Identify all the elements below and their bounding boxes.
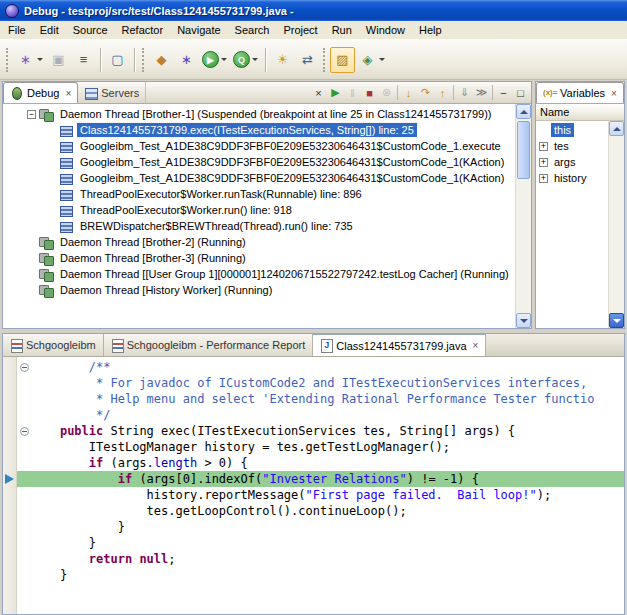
close-tab-icon[interactable]: × bbox=[611, 88, 617, 99]
disconnect-button[interactable]: ⊗ bbox=[378, 84, 395, 101]
code-line[interactable]: history.reportMessage("First page failed… bbox=[17, 487, 624, 503]
debug-tree-item[interactable]: Daemon Thread [History Worker] (Running) bbox=[3, 282, 515, 298]
close-tab-icon[interactable]: × bbox=[473, 340, 479, 351]
annotation-nav-button[interactable]: ◈ bbox=[355, 47, 388, 73]
debug-tree-item[interactable]: −Daemon Thread [Brother-1] (Suspended (b… bbox=[3, 106, 515, 122]
debug-tree-item[interactable]: Googleibm_Test_A1DE38C9DDF3FBF0E209E5323… bbox=[3, 154, 515, 170]
debug-perspective-button[interactable]: ▢ bbox=[105, 47, 130, 73]
debug-tree-item[interactable]: Daemon Thread [Brother-3] (Running) bbox=[3, 250, 515, 266]
code-line[interactable]: * Help menu and select 'Extending Ration… bbox=[17, 391, 624, 407]
scrollbar-track[interactable] bbox=[609, 136, 624, 313]
use-step-filters-button[interactable]: ≫ bbox=[473, 84, 490, 101]
maximize-view-button[interactable]: □ bbox=[512, 84, 529, 101]
close-tab-icon[interactable]: × bbox=[65, 88, 71, 99]
menu-source[interactable]: Source bbox=[66, 22, 115, 38]
view-tab-debug[interactable]: Debug× bbox=[3, 82, 78, 103]
code-text: history.reportMessage("First page failed… bbox=[31, 487, 551, 503]
scrollbar-thumb[interactable] bbox=[517, 121, 530, 179]
tree-expander-icon[interactable]: + bbox=[539, 174, 548, 183]
menu-refactor[interactable]: Refactor bbox=[115, 22, 171, 38]
annotation-ruler[interactable] bbox=[3, 357, 17, 614]
menu-help[interactable]: Help bbox=[412, 22, 449, 38]
step-over-button[interactable]: ↷ bbox=[417, 84, 434, 101]
code-line[interactable]: ITestLogManager history = tes.getTestLog… bbox=[17, 439, 624, 455]
step-into-button[interactable]: ↓ bbox=[400, 84, 417, 101]
suspend-button[interactable]: ‖ bbox=[344, 84, 361, 101]
print-button[interactable]: ≡ bbox=[71, 47, 96, 73]
fold-collapse-icon[interactable] bbox=[20, 363, 29, 372]
debug-tree-item[interactable]: ThreadPoolExecutor$Worker.run() line: 91… bbox=[3, 202, 515, 218]
code-line[interactable]: } bbox=[17, 535, 624, 551]
code-line[interactable]: * For javadoc of ICustomCode2 and ITestE… bbox=[17, 375, 624, 391]
debug-tree-item[interactable]: Daemon Thread [Brother-2] (Running) bbox=[3, 234, 515, 250]
editor-tab[interactable]: Class1241455731799.java× bbox=[313, 334, 486, 356]
arrow-up-icon bbox=[520, 110, 528, 114]
resume-button[interactable]: ▶ bbox=[327, 84, 344, 101]
code-line[interactable]: /** bbox=[17, 359, 624, 375]
debug-tree-item[interactable]: Daemon Thread [[User Group 1][000001]124… bbox=[3, 266, 515, 282]
debug-tree-item[interactable]: Googleibm_Test_A1DE38C9DDF3FBF0E209E5323… bbox=[3, 138, 515, 154]
variable-row[interactable]: +args bbox=[536, 154, 608, 170]
profile-button[interactable]: Q bbox=[230, 47, 261, 73]
debug-tree-item[interactable]: Class1241455731799.exec(ITestExecutionSe… bbox=[3, 122, 515, 138]
terminate-button[interactable]: ■ bbox=[361, 84, 378, 101]
search-button[interactable]: ☀ bbox=[270, 47, 295, 73]
code-line[interactable]: if (args.length > 0) { bbox=[17, 455, 624, 471]
menu-window[interactable]: Window bbox=[359, 22, 412, 38]
toolbar-grip[interactable] bbox=[6, 48, 10, 72]
debug-tree-item[interactable]: ThreadPoolExecutor$Worker.runTask(Runnab… bbox=[3, 186, 515, 202]
view-tab-servers[interactable]: Servers bbox=[78, 82, 146, 103]
scroll-down-button[interactable] bbox=[609, 313, 624, 328]
variable-row[interactable]: +history bbox=[536, 170, 608, 186]
menu-run[interactable]: Run bbox=[325, 22, 359, 38]
remove-all-terminated-button[interactable]: × bbox=[310, 84, 327, 101]
drop-to-frame-button[interactable]: ⇓ bbox=[456, 84, 473, 101]
code-line[interactable]: tes.getLoopControl().continueLoop(); bbox=[17, 503, 624, 519]
scroll-up-button[interactable] bbox=[516, 104, 531, 119]
scrollbar-track[interactable] bbox=[516, 119, 531, 313]
external-tools-button[interactable]: ∗ bbox=[174, 47, 199, 73]
menu-edit[interactable]: Edit bbox=[33, 22, 66, 38]
menu-project[interactable]: Project bbox=[276, 22, 324, 38]
step-return-button[interactable]: ↑ bbox=[434, 84, 451, 101]
fold-collapse-icon[interactable] bbox=[20, 427, 29, 436]
variable-row[interactable]: this bbox=[536, 122, 608, 138]
title-bar[interactable]: Debug - testproj/src/test/Class124145573… bbox=[0, 0, 627, 21]
scroll-up-button[interactable] bbox=[609, 121, 624, 136]
mark-occurrences-button[interactable]: ▨ bbox=[330, 47, 355, 73]
variables-column-header[interactable]: Name bbox=[536, 104, 624, 121]
code-line[interactable]: return null; bbox=[17, 551, 624, 567]
view-tab-variables[interactable]: Variables × bbox=[536, 82, 624, 103]
debug-tree-scrollbar[interactable] bbox=[515, 104, 531, 328]
toolbar-grip[interactable] bbox=[323, 48, 327, 72]
variables-scrollbar[interactable] bbox=[608, 121, 624, 328]
run-button[interactable]: ▶ bbox=[199, 47, 230, 73]
sync-views-button[interactable]: ⇄ bbox=[295, 47, 320, 73]
code-line[interactable]: if (args[0].indexOf("Invester Relations"… bbox=[17, 471, 624, 487]
code-line[interactable]: } bbox=[17, 567, 624, 583]
minimize-view-button[interactable]: − bbox=[495, 84, 512, 101]
new-package-button[interactable]: ◆ bbox=[149, 47, 174, 73]
code-line[interactable]: public String exec(ITestExecutionService… bbox=[17, 423, 624, 439]
menu-navigate[interactable]: Navigate bbox=[170, 22, 227, 38]
toolbar-grip[interactable] bbox=[142, 48, 146, 72]
debug-tree-item[interactable]: Googleibm_Test_A1DE38C9DDF3FBF0E209E5323… bbox=[3, 170, 515, 186]
tree-expander-icon[interactable]: + bbox=[539, 142, 548, 151]
debug-tree-item[interactable]: BREWDispatcher$BREWThread(Thread).run() … bbox=[3, 218, 515, 234]
tree-expander-icon[interactable]: − bbox=[27, 110, 36, 119]
code-text: } bbox=[31, 535, 96, 551]
editor-tab[interactable]: Schgoogleibm bbox=[3, 334, 104, 356]
code-area[interactable]: /** * For javadoc of ICustomCode2 and IT… bbox=[17, 357, 624, 614]
new-wizard-button[interactable]: ∗ bbox=[13, 47, 46, 73]
code-line[interactable]: } bbox=[17, 519, 624, 535]
variable-row[interactable]: +tes bbox=[536, 138, 608, 154]
menu-file[interactable]: File bbox=[1, 22, 33, 38]
tree-item-label: ThreadPoolExecutor$Worker.runTask(Runnab… bbox=[77, 187, 365, 201]
tree-expander-icon[interactable]: + bbox=[539, 158, 548, 167]
highlighter-icon: ▨ bbox=[333, 50, 352, 69]
save-button[interactable]: ▣ bbox=[46, 47, 71, 73]
editor-tab[interactable]: Schgoogleibm - Performance Report bbox=[104, 334, 314, 356]
code-line[interactable]: */ bbox=[17, 407, 624, 423]
menu-search[interactable]: Search bbox=[228, 22, 277, 38]
scroll-down-button[interactable] bbox=[516, 313, 531, 328]
